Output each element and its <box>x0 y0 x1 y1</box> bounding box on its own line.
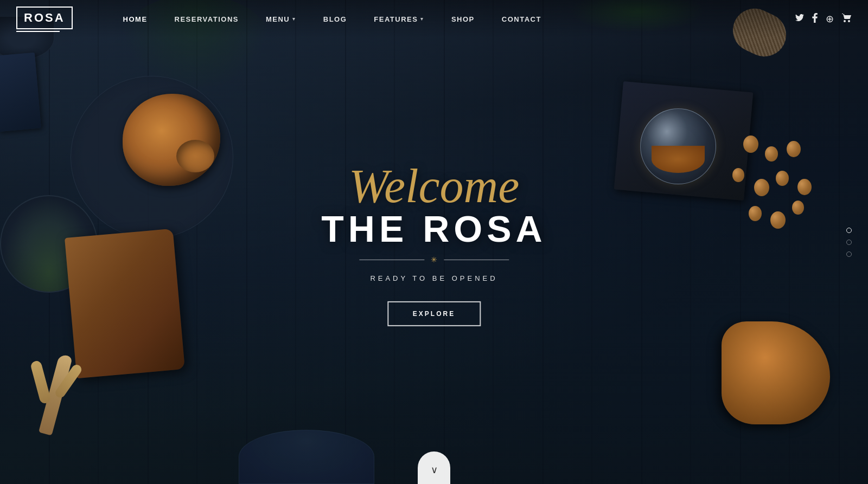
facebook-icon[interactable] <box>812 13 818 25</box>
acorn <box>787 141 801 157</box>
acorn <box>743 135 758 153</box>
divider-star: ✳ <box>431 255 437 264</box>
scroll-arrow-icon: ∨ <box>431 464 438 476</box>
slide-dot-1[interactable] <box>846 228 852 233</box>
slide-indicators <box>846 228 852 257</box>
hero-section: ROSA HOME RESERVATIONS MENU ▾ BLOG FEATU… <box>0 0 868 484</box>
slide-dot-2[interactable] <box>846 240 852 245</box>
tea-liquid <box>652 146 705 173</box>
divider: ✳ <box>321 255 546 264</box>
antler-decoration <box>33 327 184 435</box>
navigation-bar: ROSA HOME RESERVATIONS MENU ▾ BLOG FEATU… <box>0 0 868 38</box>
teapot-body <box>640 108 716 184</box>
logo-underline <box>16 31 60 32</box>
tripadvisor-icon[interactable]: ⊕ <box>826 13 834 25</box>
acorn <box>732 168 744 182</box>
logo-box: ROSA <box>16 7 73 29</box>
nav-item-features[interactable]: FEATURES ▾ <box>360 15 438 23</box>
cart-icon[interactable] <box>842 14 852 24</box>
nav-item-menu[interactable]: MENU ▾ <box>252 15 310 23</box>
menu-dropdown-arrow: ▾ <box>292 16 296 22</box>
nav-item-blog[interactable]: BLOG <box>310 15 361 23</box>
explore-button[interactable]: EXPLORE <box>387 301 481 326</box>
acorn <box>749 206 762 221</box>
nav-item-shop[interactable]: SHOP <box>438 15 488 23</box>
acorn <box>797 179 812 195</box>
nav-right-icons: ⊕ <box>795 13 852 25</box>
antler-shape <box>39 353 73 435</box>
acorn <box>765 146 778 162</box>
teapot <box>629 92 727 201</box>
acorn <box>776 171 789 186</box>
logo[interactable]: ROSA <box>16 7 77 32</box>
acorn <box>754 179 769 196</box>
logo-text: ROSA <box>24 11 65 24</box>
cookie-right <box>722 321 830 424</box>
welcome-text: Welcome <box>321 164 546 207</box>
hero-subtitle: READY TO BE OPENED <box>321 274 546 282</box>
nav-item-reservations[interactable]: RESERVATIONS <box>161 15 252 23</box>
acorn <box>770 211 786 229</box>
twitter-icon[interactable] <box>795 14 804 24</box>
nav-item-contact[interactable]: CONTACT <box>488 15 555 23</box>
plate-bottom-decoration <box>239 430 374 484</box>
scroll-down-button[interactable]: ∨ <box>418 451 450 484</box>
acorn <box>792 201 804 215</box>
acorns-decoration <box>716 135 825 298</box>
slide-dot-3[interactable] <box>846 251 852 257</box>
cookie-right-decoration <box>722 321 841 430</box>
features-dropdown-arrow: ▾ <box>420 16 424 22</box>
nav-item-home[interactable]: HOME <box>110 15 161 23</box>
restaurant-name: THE ROSA <box>321 210 546 247</box>
hero-content: Welcome THE ROSA ✳ READY TO BE OPENED EX… <box>321 164 546 326</box>
book-decoration-left <box>0 53 41 132</box>
nav-links: HOME RESERVATIONS MENU ▾ BLOG FEATURES ▾… <box>110 15 795 23</box>
